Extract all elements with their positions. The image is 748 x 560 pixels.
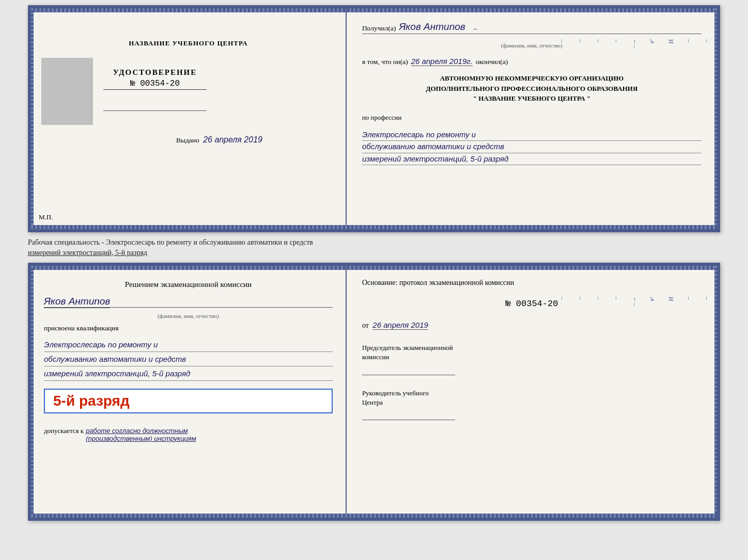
vydano-label: Выдано (176, 136, 199, 144)
komissia-title: Решением экзаменационной комиссии (44, 279, 333, 291)
person-name-bottom: Яков Антипов (44, 296, 110, 308)
photo-placeholder (41, 58, 93, 125)
pro-label: по профессии (362, 114, 702, 122)
predsedatel-title: Председатель экзаменационной комиссии (362, 343, 702, 362)
razryad-text: 5-й разряд (53, 393, 130, 409)
center-name-top: НАЗВАНИЕ УЧЕБНОГО ЦЕНТРА (129, 39, 248, 47)
middle-text-line2: измерений электростанций, 5-й разряд (28, 249, 147, 257)
vydano-date: 26 апреля 2019 (203, 135, 262, 144)
protokol-date: от 26 апреля 2019 (362, 321, 702, 330)
predsedatel-block: Председатель экзаменационной комиссии (362, 343, 702, 375)
udost-title: УДОСТОВЕРЕНИЕ (103, 68, 207, 77)
person-name-bottom-field: Яков Антипов (44, 296, 333, 308)
udost-section: УДОСТОВЕРЕНИЕ № 00354-20 (103, 58, 207, 111)
side-deco: – – И ,а ←– – – – – (558, 39, 711, 49)
okonchil-label: окончил(а) (476, 58, 508, 66)
poluchil-label: Получил(а) (362, 24, 396, 33)
bottom-doc-left: Решением экзаменационной комиссии Яков А… (31, 266, 347, 518)
recipient-field: Получил(а) Яков Антипов – (362, 21, 702, 34)
prisvoena-label: присвоена квалификация (44, 324, 333, 332)
vtom-field: в том, что он(а) 26 апреля 2019г. окончи… (362, 57, 702, 66)
udost-number: № 00354-20 (103, 79, 207, 90)
profession-text: Электрослесарь по ремонту и обслуживанию… (362, 129, 702, 166)
rukov-block: Руководитель учебного Центра (362, 389, 702, 420)
ot-label: от (362, 322, 369, 329)
dopusk-field: допускается к работе согласно должностны… (44, 423, 333, 442)
top-doc-right: Получил(а) Яков Антипов – (фамилия, имя,… (347, 8, 717, 229)
top-doc-left: НАЗВАНИЕ УЧЕБНОГО ЦЕНТРА УДОСТОВЕРЕНИЕ №… (31, 8, 347, 229)
osnov-label: Основание: протокол экзаменационной коми… (362, 279, 702, 287)
dash1: – (474, 24, 477, 33)
rukov-sig-line (362, 410, 455, 420)
qualification-lines: Электрослесарь по ремонту и обслуживанию… (44, 338, 333, 381)
bottom-doc-right: Основание: протокол экзаменационной коми… (347, 266, 717, 518)
middle-text-container: Рабочая специальность - Электрослесарь п… (28, 237, 720, 258)
razryad-badge: 5-й разряд (44, 389, 333, 413)
top-document: НАЗВАНИЕ УЧЕБНОГО ЦЕНТРА УДОСТОВЕРЕНИЕ №… (28, 5, 720, 232)
org-text: АВТОНОМНУЮ НЕКОММЕРЧЕСКУЮ ОРГАНИЗАЦИЮ ДО… (362, 73, 702, 104)
fam-note-bottom: (фамилия, имя, отчество) (44, 313, 333, 319)
protokol-date-value: 26 апреля 2019 (372, 321, 428, 330)
vtom-date: 26 апреля 2019г. (411, 57, 473, 66)
rukov-title: Руководитель учебного Центра (362, 389, 702, 407)
predsedatel-sig-line (362, 365, 455, 375)
side-deco-bottom: – – И ,а ←– – – – – (558, 297, 711, 306)
mp-label: М.П. (39, 213, 53, 221)
bottom-document: Решением экзаменационной комиссии Яков А… (28, 263, 720, 521)
dopusk-italic: работе согласно должностным (производств… (86, 427, 196, 442)
dopusk-label: допускается к (44, 427, 84, 435)
vtom-label: в том, что он(а) (362, 58, 408, 66)
vydano-section: Выдано 26 апреля 2019 (176, 135, 262, 145)
middle-text-line1: Рабочая специальность - Электрослесарь п… (28, 238, 313, 246)
person-name-top: Яков Антипов (399, 21, 465, 33)
